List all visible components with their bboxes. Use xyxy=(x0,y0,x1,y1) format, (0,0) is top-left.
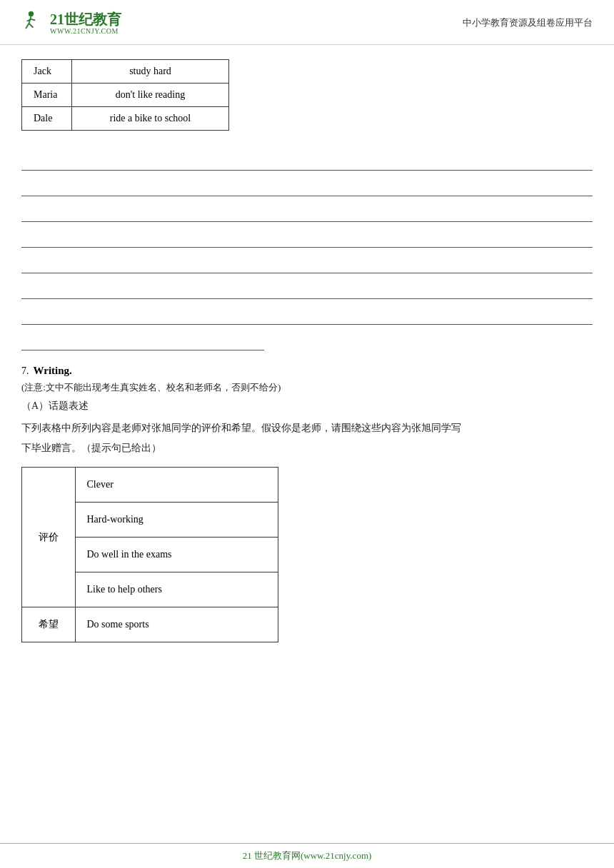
category-cell: 希望 xyxy=(22,607,76,642)
section-title: Writing. xyxy=(34,365,72,377)
writing-line-5 xyxy=(21,248,593,273)
value-cell: don't like reading xyxy=(72,84,229,107)
instruction-text: 下列表格中所列内容是老师对张旭同学的评价和希望。假设你是老师，请围绕这些内容为张… xyxy=(21,418,593,458)
logo-icon xyxy=(14,7,46,39)
writing-line-short xyxy=(21,325,264,350)
value-cell: ride a bike to school xyxy=(72,107,229,131)
svg-line-3 xyxy=(29,24,34,28)
bottom-table: 评价CleverHard-workingDo well in the exams… xyxy=(21,467,278,642)
svg-line-2 xyxy=(26,24,29,29)
category-cell: 评价 xyxy=(22,468,76,607)
name-cell: Dale xyxy=(22,107,72,131)
item-cell: Do some sports xyxy=(75,607,278,642)
item-cell: Like to help others xyxy=(75,572,278,607)
value-cell: study hard xyxy=(72,60,229,84)
top-table-row: Jack study hard xyxy=(22,60,229,84)
writing-line-6 xyxy=(21,273,593,299)
logo-area: 21世纪教育 WWW.21CNJY.COM xyxy=(14,7,121,39)
header-tagline: 中小学教育资源及组卷应用平台 xyxy=(463,16,593,29)
name-cell: Maria xyxy=(22,84,72,107)
writing-lines-section xyxy=(21,145,593,350)
top-table-row: Maria don't like reading xyxy=(22,84,229,107)
writing-line-2 xyxy=(21,171,593,196)
bottom-table-row: 希望Do some sports xyxy=(22,607,278,642)
note-text: (注意:文中不能出现考生真实姓名、校名和老师名，否则不给分) xyxy=(21,381,593,394)
item-cell: Clever xyxy=(75,468,278,503)
svg-point-0 xyxy=(29,11,34,16)
svg-line-5 xyxy=(31,19,35,20)
bottom-table-row: 评价Clever xyxy=(22,468,278,503)
top-table-row: Dale ride a bike to school xyxy=(22,107,229,131)
writing-line-7 xyxy=(21,299,593,325)
name-cell: Jack xyxy=(22,60,72,84)
writing-line-3 xyxy=(21,196,593,222)
writing-line-4 xyxy=(21,222,593,248)
logo-text-block: 21世纪教育 WWW.21CNJY.COM xyxy=(50,11,121,35)
logo-sub-text: WWW.21CNJY.COM xyxy=(50,27,121,35)
writing-line-1 xyxy=(21,145,593,171)
main-content: Jack study hard Maria don't like reading… xyxy=(0,45,614,671)
section7-header: 7. Writing. xyxy=(21,365,593,377)
item-cell: Do well in the exams xyxy=(75,538,278,572)
sub-title: （A）话题表述 xyxy=(21,400,593,413)
footer-text: 21 世纪教育网(www.21cnjy.com) xyxy=(243,850,372,861)
page-header: 21世纪教育 WWW.21CNJY.COM 中小学教育资源及组卷应用平台 xyxy=(0,0,614,45)
page-footer: 21 世纪教育网(www.21cnjy.com) xyxy=(0,843,614,868)
item-cell: Hard-working xyxy=(75,503,278,538)
section-number: 7. xyxy=(21,365,29,377)
logo-main-text: 21世纪教育 xyxy=(50,11,121,27)
top-table: Jack study hard Maria don't like reading… xyxy=(21,59,229,131)
